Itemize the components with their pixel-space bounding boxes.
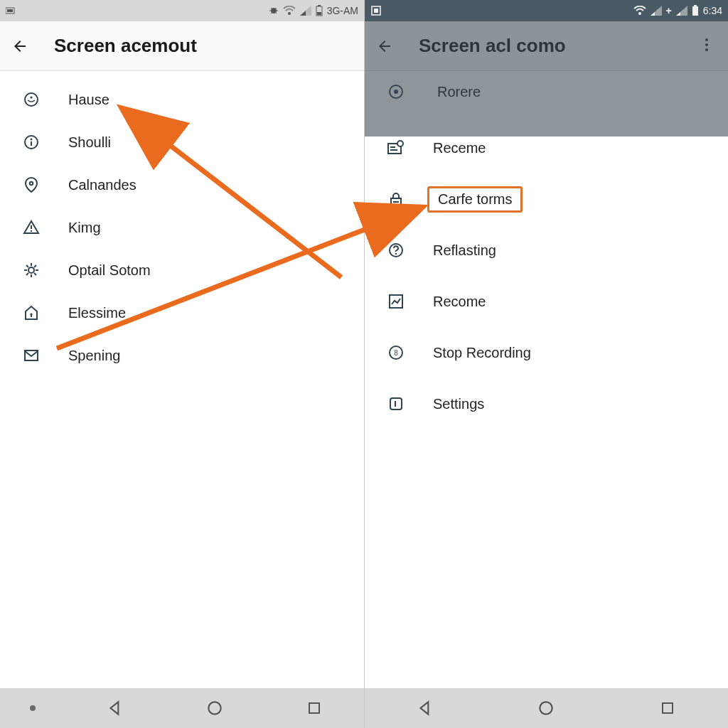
svg-marker-11 <box>300 11 306 16</box>
list-item-label: Rorere <box>437 84 481 100</box>
overflow-menu-button[interactable] <box>700 36 718 56</box>
svg-rect-33 <box>31 315 32 317</box>
signal-icon <box>651 6 662 16</box>
list-item[interactable]: Optail Sotom <box>0 249 364 291</box>
svg-point-18 <box>31 139 33 141</box>
list-item-label: Carfe torms <box>438 191 512 207</box>
svg-point-39 <box>638 12 641 15</box>
system-nav-bar <box>365 688 728 728</box>
svg-rect-19 <box>31 141 32 146</box>
status-net-label: 3G-AM <box>327 5 358 16</box>
gear-icon <box>21 260 41 280</box>
chart-line-icon <box>386 291 406 311</box>
phone-screenshot-right: + 6:34 Screen acl como R <box>364 0 728 728</box>
svg-point-15 <box>25 93 38 106</box>
svg-rect-22 <box>31 230 32 232</box>
list-item[interactable]: Elessime <box>0 291 364 334</box>
list-item[interactable]: Kimg <box>0 206 364 249</box>
list-item-label: Receme <box>433 140 486 156</box>
svg-rect-14 <box>317 12 321 15</box>
battery-icon <box>316 5 323 16</box>
nav-home-button[interactable] <box>526 695 566 721</box>
list-item[interactable]: Shoulli <box>0 121 364 164</box>
status-time-label: 6:34 <box>703 5 722 16</box>
list-item[interactable]: 8 Stop Recording <box>365 327 728 378</box>
nav-recent-button[interactable] <box>294 695 334 721</box>
list-item-label: Shoulli <box>68 134 111 151</box>
stop-circle-icon: 8 <box>386 343 406 363</box>
svg-rect-13 <box>318 5 321 6</box>
list-item[interactable]: Receme <box>365 122 728 173</box>
svg-rect-45 <box>694 5 697 6</box>
svg-line-31 <box>34 265 36 267</box>
svg-rect-53 <box>390 146 395 148</box>
svg-point-58 <box>395 253 397 255</box>
list-item-label: Stop Recording <box>433 345 531 361</box>
svg-rect-38 <box>374 9 378 13</box>
back-button[interactable] <box>375 36 395 56</box>
list-item-label: Hause <box>68 92 109 108</box>
svg-line-5 <box>271 8 272 9</box>
svg-rect-36 <box>309 703 319 713</box>
svg-point-48 <box>705 48 708 51</box>
list-item[interactable]: Hause <box>0 78 364 121</box>
svg-text:8: 8 <box>394 349 398 357</box>
settings-square-icon <box>386 394 406 414</box>
signal-icon <box>676 6 687 16</box>
app-bar: Screen acemout <box>0 21 364 71</box>
svg-point-52 <box>397 141 403 146</box>
svg-rect-1 <box>7 9 13 12</box>
back-button[interactable] <box>10 36 30 56</box>
signal-icon <box>300 6 311 16</box>
list-item-label: Reflasting <box>433 242 496 259</box>
app-bar-title: Screen acl como <box>419 35 566 57</box>
nav-back-button[interactable] <box>95 695 135 721</box>
plus-icon: + <box>666 5 672 16</box>
list-item-label: Kimg <box>68 220 101 236</box>
svg-point-50 <box>394 90 398 94</box>
svg-point-35 <box>208 702 220 714</box>
wifi-icon <box>633 6 646 16</box>
svg-line-29 <box>34 273 36 275</box>
list-item-label: Elessime <box>68 305 126 321</box>
svg-line-6 <box>275 8 277 9</box>
list-item-label: Calnandes <box>68 177 136 193</box>
system-nav-bar <box>0 688 364 728</box>
list-item-label: Recome <box>433 294 486 310</box>
svg-point-46 <box>705 38 708 41</box>
svg-point-23 <box>28 267 34 273</box>
screenshot-icon <box>370 5 382 16</box>
svg-point-64 <box>540 702 552 714</box>
list-item-highlighted[interactable]: Carfe torms <box>365 173 728 225</box>
help-circle-icon <box>386 240 406 260</box>
svg-rect-63 <box>395 401 396 407</box>
record-circle-icon <box>386 82 406 102</box>
dimmed-list-item: Rorere <box>365 71 728 112</box>
svg-line-28 <box>26 265 28 267</box>
nav-recent-button[interactable] <box>648 695 687 721</box>
lock-icon <box>386 189 406 209</box>
highlight-box: Carfe torms <box>427 186 523 213</box>
menu-list: Hause Shoulli Calnandes Kimg <box>0 71 364 377</box>
menu-list: Receme Carfe torms Reflasting <box>365 112 728 429</box>
phone-screenshot-left: 3G-AM Screen acemout Hause Shoulli <box>0 0 364 728</box>
nav-back-button[interactable] <box>405 695 445 721</box>
location-pin-icon <box>21 175 41 195</box>
card-badge-icon <box>386 138 406 158</box>
list-item[interactable]: Calnandes <box>0 164 364 206</box>
list-item[interactable]: Settings <box>365 378 728 429</box>
app-bar: Screen acl como <box>365 21 728 71</box>
list-item[interactable]: Recome <box>365 276 728 327</box>
battery-icon <box>692 5 699 16</box>
list-item[interactable]: Spening <box>0 334 364 377</box>
nav-home-button[interactable] <box>195 695 235 721</box>
svg-rect-56 <box>393 201 399 203</box>
lock-house-icon <box>21 303 41 323</box>
svg-line-7 <box>271 12 272 14</box>
warning-triangle-icon <box>21 218 41 237</box>
list-item-label: Settings <box>433 396 484 412</box>
mail-icon <box>21 346 41 365</box>
svg-rect-54 <box>390 149 397 151</box>
list-item[interactable]: Reflasting <box>365 225 728 276</box>
wifi-icon <box>283 6 296 16</box>
